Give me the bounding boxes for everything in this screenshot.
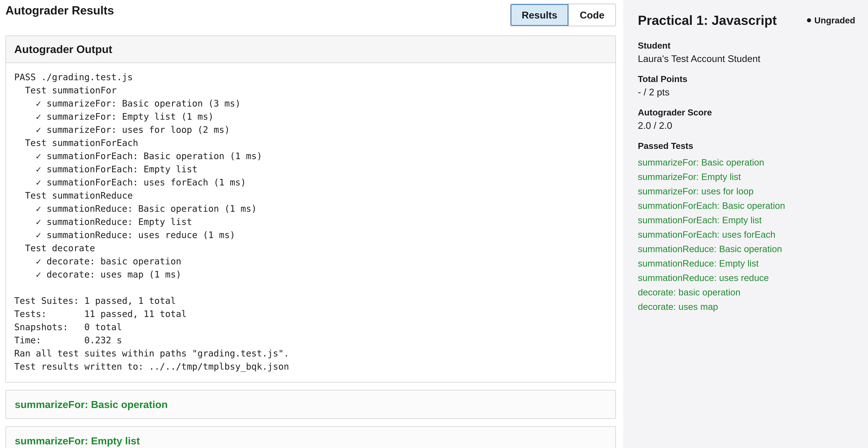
grade-status-text: Ungraded [814, 16, 855, 25]
passed-test-item[interactable]: summarizeFor: Basic operation [638, 155, 855, 170]
passed-test-item[interactable]: summationForEach: Basic operation [638, 199, 855, 213]
test-result-title: summarizeFor: Basic operation [15, 398, 607, 410]
grade-status: Ungraded [807, 16, 855, 25]
autograder-score-value: 2.0 / 2.0 [638, 120, 855, 131]
tab-code[interactable]: Code [568, 4, 615, 26]
passed-test-item[interactable]: summationForEach: uses forEach [638, 228, 855, 242]
total-points-value: - / 2 pts [638, 87, 855, 97]
passed-test-item[interactable]: summationReduce: Empty list [638, 256, 855, 271]
autograder-output-heading: Autograder Output [6, 36, 615, 63]
test-result-card[interactable]: summarizeFor: Basic operation [5, 390, 616, 419]
main-content: Autograder Results Results Code Autograd… [0, 0, 623, 448]
passed-test-item[interactable]: summarizeFor: Empty list [638, 170, 855, 184]
passed-test-item[interactable]: summationForEach: Empty list [638, 213, 855, 228]
passed-test-item[interactable]: decorate: basic operation [638, 285, 855, 300]
tabs: Results Code [510, 4, 616, 26]
autograder-output-text: PASS ./grading.test.js Test summationFor… [6, 63, 615, 382]
passed-tests-list: summarizeFor: Basic operationsummarizeFo… [638, 155, 855, 314]
student-name: Laura's Test Account Student [638, 53, 855, 64]
passed-tests-heading: Passed Tests [638, 141, 855, 151]
student-label: Student [638, 40, 855, 51]
page-title: Autograder Results [5, 4, 114, 17]
autograder-score-label: Autograder Score [638, 108, 855, 118]
sidebar: Practical 1: Javascript Ungraded Student… [623, 0, 868, 448]
passed-test-item[interactable]: summationReduce: uses reduce [638, 271, 855, 285]
tab-results[interactable]: Results [511, 4, 568, 26]
assignment-title: Practical 1: Javascript [638, 13, 777, 28]
passed-test-item[interactable]: decorate: uses map [638, 300, 855, 314]
test-result-title: summarizeFor: Empty list [15, 435, 607, 447]
passed-test-item[interactable]: summationReduce: Basic operation [638, 242, 855, 256]
sidebar-title-row: Practical 1: Javascript Ungraded [638, 13, 855, 28]
total-points-label: Total Points [638, 74, 855, 84]
passed-test-item[interactable]: summarizeFor: uses for loop [638, 184, 855, 199]
autograder-output-box: Autograder Output PASS ./grading.test.js… [5, 35, 616, 383]
status-dot-icon [807, 18, 811, 22]
test-result-card[interactable]: summarizeFor: Empty list [5, 426, 616, 448]
header-row: Autograder Results Results Code [5, 4, 616, 26]
